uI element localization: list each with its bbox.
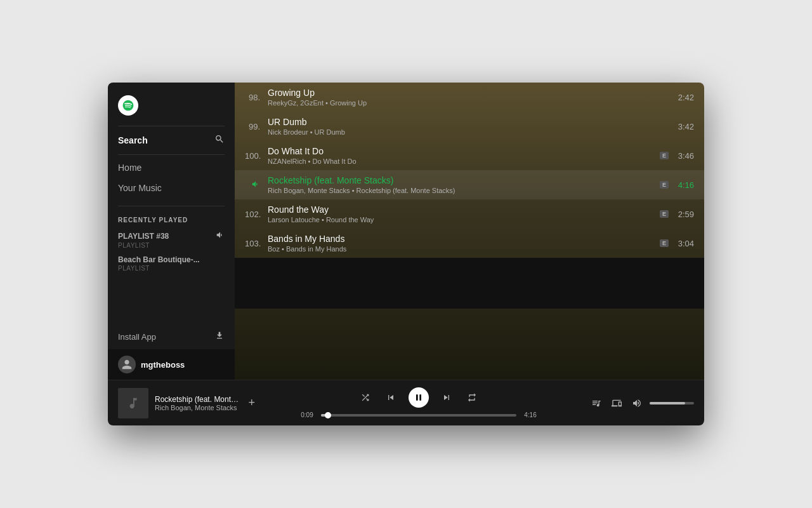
sidebar-item-home[interactable]: Home — [108, 157, 235, 178]
track-info: Do What It Do NZANelRich • Do What It Do — [268, 146, 660, 165]
user-avatar — [118, 356, 136, 373]
install-app-label: Install App — [118, 332, 156, 342]
track-row-playing[interactable]: Rocketship (feat. Monte Stacks) Rich Bog… — [235, 170, 704, 199]
install-app-row[interactable]: Install App — [108, 324, 235, 349]
track-title: UR Dumb — [268, 117, 674, 127]
track-title: Do What It Do — [268, 146, 660, 156]
track-info: Round the Way Larson Latouche • Round th… — [268, 204, 660, 224]
track-row[interactable]: 99. UR Dumb Nick Brodeur • UR Dumb 3:42 — [235, 112, 704, 141]
beach-bar-name: Beach Bar Boutique-... — [118, 255, 200, 264]
current-time: 0:09 — [298, 411, 316, 418]
explicit-badge: E — [660, 210, 669, 218]
progress-thumb — [325, 412, 331, 418]
bottom-empty — [235, 258, 704, 309]
track-duration: 2:59 — [674, 210, 694, 219]
player-left: Rocketship (feat. Monte St... Rich Bogan… — [118, 388, 258, 418]
divider-3 — [118, 206, 225, 206]
explicit-badge: E — [660, 152, 669, 159]
track-right: 2:42 — [674, 93, 694, 102]
main-area: Search Home Your Music RECENTLY PLAYED P… — [108, 83, 704, 380]
track-row[interactable]: 100. Do What It Do NZANelRich • Do What … — [235, 141, 704, 170]
track-duration: 3:04 — [674, 239, 694, 248]
progress-track[interactable] — [321, 414, 516, 417]
track-info: Growing Up ReekyGz, 2GzEnt • Growing Up — [268, 88, 674, 107]
track-subtitle: Nick Brodeur • UR Dumb — [268, 128, 674, 136]
search-nav-item[interactable]: Search — [108, 126, 235, 154]
shuffle-button[interactable] — [358, 390, 373, 405]
track-row[interactable]: 98. Growing Up ReekyGz, 2GzEnt • Growing… — [235, 83, 704, 112]
track-row[interactable]: 103. Bands in My Hands Boz • Bands in My… — [235, 229, 704, 258]
track-duration: 3:46 — [674, 151, 694, 161]
now-playing-art — [118, 388, 148, 418]
track-number: 99. — [245, 122, 268, 131]
track-right: E 4:16 — [660, 180, 694, 190]
playlist-item-38[interactable]: PLAYLIST #38 PLAYLIST — [108, 227, 235, 252]
track-right: E 3:04 — [660, 239, 694, 248]
now-playing-artist: Rich Bogan, Monte Stacks — [155, 404, 239, 411]
track-right: 3:42 — [674, 122, 694, 131]
progress-bar: 0:09 4:16 — [298, 411, 539, 418]
playlist-beach-bar[interactable]: Beach Bar Boutique-... PLAYLIST — [108, 252, 235, 275]
play-pause-button[interactable] — [409, 387, 429, 408]
track-info: Rocketship (feat. Monte Stacks) Rich Bog… — [268, 175, 660, 194]
track-info: UR Dumb Nick Brodeur • UR Dumb — [268, 117, 674, 136]
spotify-logo[interactable] — [118, 95, 138, 116]
user-row[interactable]: mgtheboss — [108, 349, 235, 380]
recently-played-heading: RECENTLY PLAYED — [108, 211, 235, 227]
now-playing-title: Rocketship (feat. Monte St... — [155, 395, 239, 404]
sidebar-nav: Home Your Music — [108, 155, 235, 201]
track-subtitle: NZANelRich • Do What It Do — [268, 157, 660, 165]
track-number: 102. — [245, 210, 268, 219]
volume-fill — [650, 402, 685, 404]
track-row[interactable]: 102. Round the Way Larson Latouche • Rou… — [235, 199, 704, 229]
queue-button[interactable] — [589, 396, 604, 411]
track-title: Bands in My Hands — [268, 234, 660, 244]
beach-bar-type: PLAYLIST — [118, 265, 225, 272]
track-number: 98. — [245, 93, 268, 102]
previous-button[interactable] — [383, 390, 398, 405]
playlist-38-type: PLAYLIST — [118, 242, 225, 249]
track-subtitle: Boz • Bands in My Hands — [268, 245, 660, 253]
track-subtitle: ReekyGz, 2GzEnt • Growing Up — [268, 99, 674, 107]
explicit-badge: E — [660, 181, 669, 189]
now-playing-info: Rocketship (feat. Monte St... Rich Bogan… — [155, 395, 239, 411]
track-number: 103. — [245, 239, 268, 248]
volume-button[interactable] — [629, 396, 645, 411]
playing-icon — [245, 180, 268, 190]
player-controls — [358, 387, 480, 408]
search-label: Search — [118, 135, 148, 145]
next-button[interactable] — [439, 390, 454, 405]
volume-track[interactable] — [650, 402, 694, 404]
logo-area — [108, 83, 235, 126]
track-list: 98. Growing Up ReekyGz, 2GzEnt • Growing… — [235, 83, 704, 258]
download-icon — [214, 330, 225, 343]
player-center: 0:09 4:16 — [258, 387, 580, 418]
player-right — [580, 396, 694, 411]
track-subtitle: Rich Bogan, Monte Stacks • Rocketship (f… — [268, 187, 660, 194]
username-label: mgtheboss — [141, 360, 185, 370]
sidebar-item-your-music[interactable]: Your Music — [108, 178, 235, 198]
player-bar: Rocketship (feat. Monte St... Rich Bogan… — [108, 380, 704, 425]
track-right: E 2:59 — [660, 210, 694, 219]
sidebar: Search Home Your Music RECENTLY PLAYED P… — [108, 83, 235, 380]
total-time: 4:16 — [521, 411, 539, 418]
track-number: 100. — [245, 151, 268, 161]
playlist-38-name: PLAYLIST #38 — [118, 232, 169, 241]
track-duration: 2:42 — [674, 93, 694, 102]
main-content: 98. Growing Up ReekyGz, 2GzEnt • Growing… — [235, 83, 704, 380]
track-title: Round the Way — [268, 204, 660, 215]
track-right: E 3:46 — [660, 151, 694, 161]
search-icon — [214, 134, 225, 147]
track-duration: 3:42 — [674, 122, 694, 131]
app-container: Search Home Your Music RECENTLY PLAYED P… — [108, 83, 704, 425]
playlist-38-speaker — [216, 231, 225, 241]
sidebar-spacer — [108, 275, 235, 324]
repeat-button[interactable] — [464, 390, 480, 405]
devices-button[interactable] — [609, 396, 624, 411]
track-title: Growing Up — [268, 88, 674, 98]
track-title: Rocketship (feat. Monte Stacks) — [268, 175, 660, 185]
explicit-badge: E — [660, 239, 669, 247]
track-subtitle: Larson Latouche • Round the Way — [268, 216, 660, 224]
add-to-library-button[interactable]: + — [246, 394, 258, 412]
track-duration: 4:16 — [674, 180, 694, 190]
